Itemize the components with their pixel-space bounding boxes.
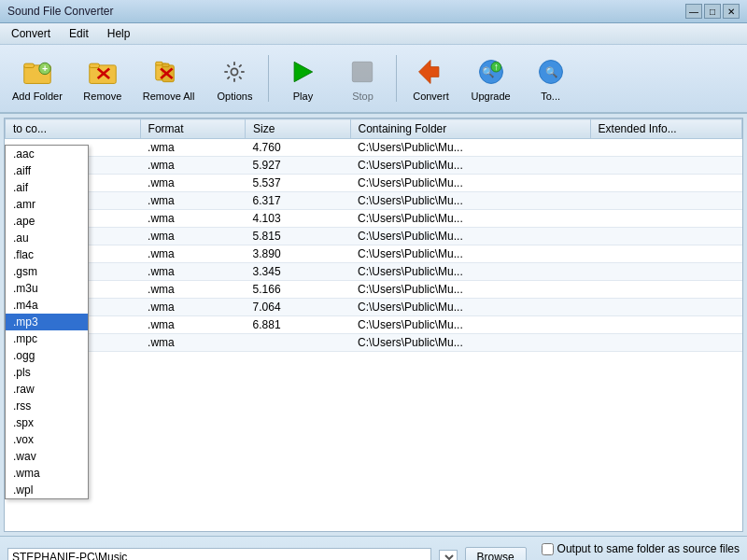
cell-info — [590, 139, 741, 157]
cell-size: 5.537 — [246, 175, 350, 192]
minimize-button[interactable]: — — [685, 4, 702, 19]
tools-button[interactable]: 🔍 To... — [523, 50, 579, 106]
svg-rect-11 — [162, 63, 169, 67]
window-controls: — □ ✕ — [685, 4, 740, 19]
table-row[interactable]: Blues .wma 7.064 C:\Users\Public\Mu... — [6, 299, 742, 316]
cell-info — [590, 334, 741, 352]
browse-button[interactable]: Browse — [465, 547, 527, 560]
cell-size: 6.317 — [246, 192, 350, 210]
cell-size: 5.166 — [246, 281, 350, 299]
dropdown-item-aac[interactable]: .aac — [6, 146, 88, 162]
upgrade-icon: ↑ 🔍 — [474, 55, 508, 89]
close-button[interactable]: ✕ — [723, 4, 740, 19]
dropdown-item-m3u[interactable]: .m3u — [6, 280, 88, 297]
cell-format: .wma — [140, 210, 245, 228]
table-row[interactable]: e .wma 4.103 C:\Users\Public\Mu... — [6, 210, 742, 228]
cell-format: .wma — [140, 192, 245, 210]
svg-line-20 — [240, 77, 242, 78]
table-row[interactable]: ep Be .wma 6.881 C:\Users\Public\Mu... — [6, 316, 742, 334]
dropdown-item-m4a[interactable]: .m4a — [6, 297, 88, 314]
dropdown-item-wav[interactable]: .wav — [6, 448, 88, 465]
format-dropdown-list[interactable]: .aac .aiff .aif .amr .ape .au .flac .gsm… — [5, 145, 89, 499]
output-path-input[interactable] — [7, 548, 431, 560]
menu-help[interactable]: Help — [104, 26, 134, 41]
cell-format: .wma — [140, 245, 245, 263]
dropdown-item-au[interactable]: .au — [6, 230, 88, 246]
convert-button[interactable]: Convert — [402, 50, 458, 106]
convert-icon — [414, 55, 447, 89]
menu-convert[interactable]: Convert — [7, 26, 54, 41]
col-header-format[interactable]: Format — [140, 119, 245, 139]
dropdown-item-aiff[interactable]: .aiff — [6, 162, 88, 179]
table-row[interactable]: obeiro .wma 5.166 C:\Users\Public\Mu... — [6, 281, 742, 299]
col-header-size[interactable]: Size — [246, 119, 350, 139]
table-row[interactable]: Wo (N .wma 6.317 C:\Users\Public\Mu... — [6, 192, 742, 210]
svg-rect-1 — [24, 63, 35, 67]
table-row[interactable]: tar .wma 5.537 C:\Users\Public\Mu... — [6, 175, 742, 192]
remove-all-button[interactable]: Remove All — [134, 50, 204, 106]
cell-size: 4.103 — [246, 210, 350, 228]
col-header-name[interactable]: to co... — [6, 119, 141, 139]
col-header-info[interactable]: Extended Info... — [590, 119, 741, 139]
table-row[interactable]: e You'r .wma 5.815 C:\Users\Public\Mu... — [6, 228, 742, 245]
maximize-button[interactable]: □ — [704, 4, 721, 19]
dropdown-item-amr[interactable]: .amr — [6, 196, 88, 213]
dropdown-item-ogg[interactable]: .ogg — [6, 347, 88, 364]
dropdown-item-rss[interactable]: .rss — [6, 398, 88, 414]
table-row[interactable]: erra (Y .wma 3.890 C:\Users\Public\Mu... — [6, 245, 742, 263]
dropdown-item-wpl[interactable]: .wpl — [6, 482, 88, 498]
cell-format: .wma — [140, 334, 245, 352]
cell-size — [246, 334, 350, 352]
dropdown-item-spx[interactable]: .spx — [6, 414, 88, 431]
cell-info — [590, 175, 741, 192]
play-button[interactable]: Play — [275, 50, 331, 106]
tools-label: To... — [541, 91, 560, 102]
add-folder-button[interactable]: + Add Folder — [4, 50, 71, 106]
play-label: Play — [293, 91, 313, 102]
menu-edit[interactable]: Edit — [65, 26, 92, 41]
svg-text:+: + — [42, 63, 48, 74]
dropdown-item-wma[interactable]: .wma — [6, 465, 88, 482]
dropdown-item-aif[interactable]: .aif — [6, 179, 88, 196]
cell-format: .wma — [140, 157, 245, 175]
dropdown-item-gsm[interactable]: .gsm — [6, 263, 88, 280]
cell-format: .wma — [140, 228, 245, 245]
table-row[interactable]: a .wma 5.927 C:\Users\Public\Mu... — [6, 157, 742, 175]
cell-size: 3.890 — [246, 245, 350, 263]
dropdown-item-ape[interactable]: .ape — [6, 213, 88, 230]
dropdown-item-flac[interactable]: .flac — [6, 246, 88, 263]
dropdown-item-mp3[interactable]: .mp3 — [6, 314, 88, 330]
title-bar: Sound File Converter — □ ✕ — [0, 0, 747, 23]
upgrade-button[interactable]: ↑ 🔍 Upgrade — [462, 50, 518, 106]
remove-button[interactable]: Remove — [75, 50, 131, 106]
remove-icon — [86, 55, 120, 89]
dropdown-item-vox[interactable]: .vox — [6, 431, 88, 448]
cell-info — [590, 316, 741, 334]
cell-size: 6.881 — [246, 316, 350, 334]
file-list-panel: .aac .aiff .aif .amr .ape .au .flac .gsm… — [4, 118, 743, 532]
remove-all-label: Remove All — [143, 91, 195, 102]
cell-folder: C:\Users\Public\Mu... — [350, 263, 590, 281]
options-button[interactable]: Options — [206, 50, 262, 106]
col-header-folder[interactable]: Containing Folder — [350, 119, 590, 139]
cell-folder: C:\Users\Public\Mu... — [350, 139, 590, 157]
svg-marker-25 — [419, 61, 439, 84]
cell-info — [590, 192, 741, 210]
cell-folder: C:\Users\Public\Mu... — [350, 228, 590, 245]
toolbar: + Add Folder Remove — [0, 45, 747, 114]
table-row[interactable]: a .wma 4.760 C:\Users\Public\Mu... — [6, 139, 742, 157]
checkbox-same-folder[interactable]: Output to same folder as source files — [542, 542, 740, 555]
table-row[interactable]: ony_N .wma C:\Users\Public\Mu... — [6, 334, 742, 352]
cell-size: 7.064 — [246, 299, 350, 316]
cell-size: 4.760 — [246, 139, 350, 157]
path-dropdown-arrow[interactable]: ▼ — [439, 550, 458, 561]
svg-line-19 — [228, 64, 230, 66]
table-row[interactable]: omes .wma 3.345 C:\Users\Public\Mu... — [6, 263, 742, 281]
dropdown-item-raw[interactable]: .raw — [6, 381, 88, 398]
dropdown-item-pls[interactable]: .pls — [6, 364, 88, 381]
same-folder-checkbox[interactable] — [542, 543, 554, 555]
remove-all-icon — [152, 55, 186, 89]
dropdown-item-mpc[interactable]: .mpc — [6, 330, 88, 347]
stop-button[interactable]: Stop — [334, 50, 390, 106]
options-icon — [218, 55, 251, 89]
